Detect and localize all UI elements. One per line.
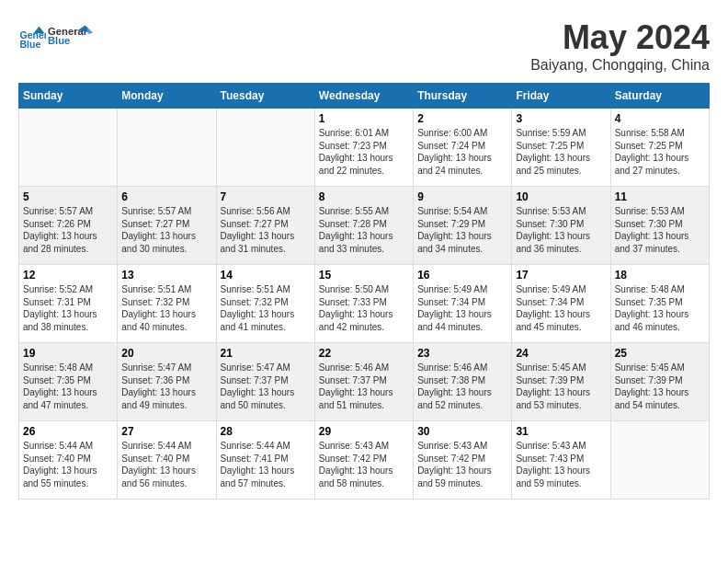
day-number: 4	[615, 112, 705, 125]
day-info: Sunrise: 5:53 AMSunset: 7:30 PMDaylight:…	[516, 205, 606, 255]
calendar-cell: 12Sunrise: 5:52 AMSunset: 7:31 PMDayligh…	[19, 265, 118, 343]
calendar-cell: 19Sunrise: 5:48 AMSunset: 7:35 PMDayligh…	[19, 343, 118, 421]
day-number: 28	[221, 425, 311, 438]
calendar-cell: 11Sunrise: 5:53 AMSunset: 7:30 PMDayligh…	[610, 187, 709, 265]
subtitle: Baiyang, Chongqing, China	[530, 57, 710, 74]
title-block: May 2024 Baiyang, Chongqing, China	[530, 18, 710, 74]
day-number: 5	[23, 190, 113, 203]
logo: General Blue General Blue	[18, 18, 94, 55]
day-info: Sunrise: 5:44 AMSunset: 7:40 PMDaylight:…	[23, 440, 113, 489]
weekday-header-friday: Friday	[512, 84, 610, 109]
day-info: Sunrise: 5:59 AMSunset: 7:25 PMDaylight:…	[516, 127, 606, 177]
svg-text:Blue: Blue	[48, 35, 70, 46]
day-info: Sunrise: 5:45 AMSunset: 7:39 PMDaylight:…	[615, 362, 705, 411]
day-info: Sunrise: 5:43 AMSunset: 7:42 PMDaylight:…	[319, 440, 409, 489]
svg-marker-6	[87, 27, 93, 34]
day-number: 1	[319, 112, 409, 125]
calendar-cell	[118, 109, 216, 187]
day-number: 9	[417, 190, 507, 203]
calendar-week-5: 26Sunrise: 5:44 AMSunset: 7:40 PMDayligh…	[19, 421, 710, 500]
calendar-cell: 4Sunrise: 5:58 AMSunset: 7:25 PMDaylight…	[610, 109, 709, 187]
day-info: Sunrise: 5:51 AMSunset: 7:32 PMDaylight:…	[121, 283, 211, 333]
calendar-cell: 16Sunrise: 5:49 AMSunset: 7:34 PMDayligh…	[414, 265, 512, 343]
day-info: Sunrise: 5:49 AMSunset: 7:34 PMDaylight:…	[516, 283, 606, 333]
day-number: 10	[516, 190, 606, 203]
day-number: 2	[417, 112, 507, 125]
day-number: 24	[516, 347, 606, 360]
day-number: 15	[319, 269, 409, 282]
day-info: Sunrise: 5:47 AMSunset: 7:36 PMDaylight:…	[121, 362, 211, 411]
calendar-week-2: 5Sunrise: 5:57 AMSunset: 7:26 PMDaylight…	[19, 187, 710, 265]
day-number: 6	[121, 190, 211, 203]
day-info: Sunrise: 5:58 AMSunset: 7:25 PMDaylight:…	[615, 127, 705, 177]
bird-icon: General Blue	[48, 18, 94, 55]
day-info: Sunrise: 5:46 AMSunset: 7:37 PMDaylight:…	[319, 362, 409, 411]
calendar-cell: 8Sunrise: 5:55 AMSunset: 7:28 PMDaylight…	[314, 187, 413, 265]
day-number: 26	[23, 425, 113, 438]
day-info: Sunrise: 5:46 AMSunset: 7:38 PMDaylight:…	[417, 362, 507, 411]
calendar-week-4: 19Sunrise: 5:48 AMSunset: 7:35 PMDayligh…	[19, 343, 710, 421]
day-number: 20	[121, 347, 211, 360]
day-number: 19	[23, 347, 113, 360]
day-info: Sunrise: 5:50 AMSunset: 7:33 PMDaylight:…	[319, 283, 409, 333]
calendar-cell: 7Sunrise: 5:56 AMSunset: 7:27 PMDaylight…	[216, 187, 314, 265]
calendar-cell: 17Sunrise: 5:49 AMSunset: 7:34 PMDayligh…	[512, 265, 610, 343]
day-number: 18	[615, 269, 705, 282]
day-info: Sunrise: 5:44 AMSunset: 7:40 PMDaylight:…	[121, 440, 211, 489]
calendar-cell: 9Sunrise: 5:54 AMSunset: 7:29 PMDaylight…	[414, 187, 512, 265]
weekday-header-saturday: Saturday	[610, 84, 709, 109]
calendar-week-1: 1Sunrise: 6:01 AMSunset: 7:23 PMDaylight…	[19, 109, 710, 187]
day-number: 8	[319, 190, 409, 203]
calendar-cell: 28Sunrise: 5:44 AMSunset: 7:41 PMDayligh…	[216, 421, 314, 500]
day-info: Sunrise: 5:57 AMSunset: 7:27 PMDaylight:…	[121, 205, 211, 255]
calendar-cell: 6Sunrise: 5:57 AMSunset: 7:27 PMDaylight…	[118, 187, 216, 265]
day-number: 23	[417, 347, 507, 360]
calendar-table: SundayMondayTuesdayWednesdayThursdayFrid…	[18, 83, 710, 500]
calendar-cell: 1Sunrise: 6:01 AMSunset: 7:23 PMDaylight…	[314, 109, 413, 187]
day-number: 16	[417, 269, 507, 282]
calendar-cell: 29Sunrise: 5:43 AMSunset: 7:42 PMDayligh…	[314, 421, 413, 500]
calendar-cell: 14Sunrise: 5:51 AMSunset: 7:32 PMDayligh…	[216, 265, 314, 343]
day-info: Sunrise: 5:45 AMSunset: 7:39 PMDaylight:…	[516, 362, 606, 411]
day-info: Sunrise: 5:52 AMSunset: 7:31 PMDaylight:…	[23, 283, 113, 333]
calendar-cell: 10Sunrise: 5:53 AMSunset: 7:30 PMDayligh…	[512, 187, 610, 265]
calendar-cell: 31Sunrise: 5:43 AMSunset: 7:43 PMDayligh…	[512, 421, 610, 500]
day-info: Sunrise: 5:55 AMSunset: 7:28 PMDaylight:…	[319, 205, 409, 255]
day-info: Sunrise: 5:47 AMSunset: 7:37 PMDaylight:…	[221, 362, 311, 411]
weekday-header-row: SundayMondayTuesdayWednesdayThursdayFrid…	[19, 84, 710, 109]
day-number: 27	[121, 425, 211, 438]
day-info: Sunrise: 5:53 AMSunset: 7:30 PMDaylight:…	[615, 205, 705, 255]
weekday-header-wednesday: Wednesday	[314, 84, 413, 109]
weekday-header-thursday: Thursday	[414, 84, 512, 109]
calendar-cell: 24Sunrise: 5:45 AMSunset: 7:39 PMDayligh…	[512, 343, 610, 421]
calendar-cell: 5Sunrise: 5:57 AMSunset: 7:26 PMDaylight…	[19, 187, 118, 265]
day-info: Sunrise: 5:43 AMSunset: 7:43 PMDaylight:…	[516, 440, 606, 489]
weekday-header-tuesday: Tuesday	[216, 84, 314, 109]
calendar-cell: 26Sunrise: 5:44 AMSunset: 7:40 PMDayligh…	[19, 421, 118, 500]
day-number: 31	[516, 425, 606, 438]
day-info: Sunrise: 5:49 AMSunset: 7:34 PMDaylight:…	[417, 283, 507, 333]
weekday-header-monday: Monday	[118, 84, 216, 109]
day-info: Sunrise: 5:48 AMSunset: 7:35 PMDaylight:…	[615, 283, 705, 333]
day-number: 22	[319, 347, 409, 360]
calendar-cell: 13Sunrise: 5:51 AMSunset: 7:32 PMDayligh…	[118, 265, 216, 343]
day-info: Sunrise: 5:57 AMSunset: 7:26 PMDaylight:…	[23, 205, 113, 255]
calendar-cell: 21Sunrise: 5:47 AMSunset: 7:37 PMDayligh…	[216, 343, 314, 421]
calendar-cell: 2Sunrise: 6:00 AMSunset: 7:24 PMDaylight…	[414, 109, 512, 187]
calendar-cell: 20Sunrise: 5:47 AMSunset: 7:36 PMDayligh…	[118, 343, 216, 421]
calendar-cell	[216, 109, 314, 187]
calendar-cell: 18Sunrise: 5:48 AMSunset: 7:35 PMDayligh…	[610, 265, 709, 343]
day-number: 17	[516, 269, 606, 282]
calendar-cell: 30Sunrise: 5:43 AMSunset: 7:42 PMDayligh…	[414, 421, 512, 500]
calendar-cell	[610, 421, 709, 500]
day-number: 3	[516, 112, 606, 125]
calendar-cell: 15Sunrise: 5:50 AMSunset: 7:33 PMDayligh…	[314, 265, 413, 343]
calendar-week-3: 12Sunrise: 5:52 AMSunset: 7:31 PMDayligh…	[19, 265, 710, 343]
day-number: 7	[221, 190, 311, 203]
day-number: 14	[221, 269, 311, 282]
day-info: Sunrise: 5:44 AMSunset: 7:41 PMDaylight:…	[221, 440, 311, 489]
calendar-cell: 3Sunrise: 5:59 AMSunset: 7:25 PMDaylight…	[512, 109, 610, 187]
main-title: May 2024	[530, 18, 710, 57]
calendar-cell: 27Sunrise: 5:44 AMSunset: 7:40 PMDayligh…	[118, 421, 216, 500]
day-info: Sunrise: 5:51 AMSunset: 7:32 PMDaylight:…	[221, 283, 311, 333]
